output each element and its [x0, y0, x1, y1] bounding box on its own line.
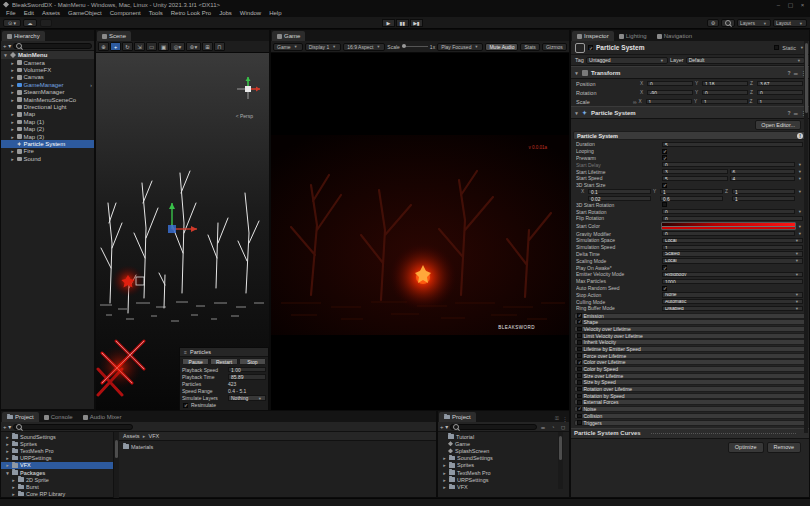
- folder-vfx[interactable]: ▸VFX: [1, 462, 113, 469]
- folder-urpsettings[interactable]: ▸URPSettings: [1, 455, 113, 462]
- menu-assets[interactable]: Assets: [38, 10, 64, 16]
- module-triggers[interactable]: Triggers: [574, 420, 806, 426]
- tab-game[interactable]: Game: [272, 31, 305, 41]
- game-mode-dropdown[interactable]: Game▾: [273, 43, 303, 51]
- foldout-arrow-icon[interactable]: ▾: [574, 70, 579, 76]
- folder-2d-sprite[interactable]: ▸2D Sprite: [1, 476, 113, 483]
- folder-textmesh-pro[interactable]: ▸TextMesh Pro: [1, 447, 113, 454]
- tab-inspector[interactable]: Inspector: [572, 31, 614, 41]
- start-lifetime-min-field[interactable]: 3: [662, 169, 728, 174]
- scaling-mode-dropdown[interactable]: Local▾: [662, 258, 803, 263]
- drag-handle-icon[interactable]: [651, 433, 796, 434]
- size-z1-field[interactable]: 1: [732, 189, 795, 194]
- hierarchy-item-sound[interactable]: ▸Sound: [1, 155, 94, 162]
- module-checkbox[interactable]: [577, 367, 582, 372]
- folder-urpsettings[interactable]: ▸URPSettings: [438, 476, 558, 483]
- more-menu-icon[interactable]: ⋮: [561, 415, 569, 422]
- gizmos-dropdown[interactable]: Gizmos: [542, 43, 567, 51]
- size-z2-field[interactable]: 1: [732, 196, 795, 201]
- module-rotation-over-lifetime[interactable]: Rotation over Lifetime: [574, 386, 806, 392]
- project-search-input[interactable]: [13, 424, 133, 430]
- pause-particles-button[interactable]: Pause: [182, 358, 209, 365]
- module-checkbox[interactable]: [577, 414, 582, 419]
- module-checkbox[interactable]: [577, 373, 582, 378]
- size-y2-field[interactable]: 0.6: [660, 196, 723, 201]
- search-by-type-icon[interactable]: ⚌: [539, 423, 547, 430]
- cloud-services-button[interactable]: ☁: [23, 19, 37, 27]
- module-velocity-over-lifetime[interactable]: Velocity over Lifetime: [574, 326, 806, 332]
- module-shape[interactable]: Shape: [574, 319, 806, 325]
- scene-viewport[interactable]: < Persp ≡ Particles Pause Restart Stop P…: [96, 53, 269, 410]
- pause-button[interactable]: ▮▮: [396, 19, 409, 27]
- asset-splashscreen-scene[interactable]: SplashScreen: [438, 447, 558, 454]
- window-maximize-icon[interactable]: ▢: [786, 1, 795, 8]
- rect-tool-icon[interactable]: ▭: [146, 42, 157, 51]
- particles-overlay-title[interactable]: ≡ Particles: [180, 348, 268, 357]
- size-y1-field[interactable]: 1: [660, 189, 723, 194]
- drag-handle-icon[interactable]: ≡: [183, 349, 188, 355]
- resimulate-checkbox-row[interactable]: Resimulate: [180, 402, 268, 409]
- asset-game-scene[interactable]: Game: [438, 440, 558, 447]
- help-icon[interactable]: ?: [787, 70, 790, 76]
- ring-buffer-mode-dropdown[interactable]: Disabled▾: [662, 306, 803, 311]
- folder-core-rp-library[interactable]: ▸Core RP Library: [1, 491, 113, 498]
- menu-gameobject[interactable]: GameObject: [64, 10, 106, 16]
- module-checkbox[interactable]: [577, 353, 582, 358]
- enabled-checkbox[interactable]: [588, 45, 593, 50]
- culling-mode-dropdown[interactable]: Automatic▾: [662, 299, 803, 304]
- scale-y-field[interactable]: 1: [701, 99, 747, 104]
- folder-packages[interactable]: ▾Packages: [1, 469, 113, 476]
- tab-project[interactable]: Project: [439, 412, 476, 422]
- layer-dropdown[interactable]: Default▾: [686, 57, 805, 64]
- stop-action-dropdown[interactable]: None▾: [662, 292, 803, 297]
- max-particles-field[interactable]: 1000: [662, 279, 803, 284]
- mute-audio-toggle[interactable]: Mute Audio: [485, 43, 518, 51]
- layers-dropdown[interactable]: Layers▾: [737, 19, 771, 27]
- delta-time-dropdown[interactable]: Scaled▾: [662, 251, 803, 256]
- asset-materials-folder[interactable]: Materials: [123, 443, 432, 450]
- create-asset-button[interactable]: + ▾: [3, 423, 11, 430]
- persp-label[interactable]: < Persp: [236, 113, 253, 119]
- start-rotation-3d-checkbox[interactable]: [662, 202, 667, 207]
- position-x-field[interactable]: 0: [647, 81, 693, 86]
- prefab-open-arrow-icon[interactable]: ›: [90, 82, 92, 88]
- start-speed-max-field[interactable]: 4: [730, 176, 796, 181]
- scene-root-row[interactable]: ▾ MainMenu: [1, 51, 94, 59]
- scrollbar-thumb[interactable]: [115, 440, 118, 458]
- module-checkbox[interactable]: [577, 340, 582, 345]
- module-inherit-velocity[interactable]: Inherit Velocity: [574, 339, 806, 345]
- inspector-scrollbar[interactable]: [804, 41, 808, 433]
- module-checkbox[interactable]: [577, 394, 582, 399]
- module-noise[interactable]: Noise: [574, 406, 806, 412]
- menu-retro-look-pro[interactable]: Retro Look Pro: [167, 10, 215, 16]
- project-tree-scrollbar[interactable]: [114, 432, 119, 498]
- scale-slider-knob[interactable]: [402, 44, 406, 48]
- hierarchy-item-map-2[interactable]: ▸Map (2): [1, 126, 94, 133]
- rotation-y-field[interactable]: 0: [702, 90, 748, 95]
- module-rotation-by-speed[interactable]: Rotation by Speed: [574, 393, 806, 399]
- tab-project[interactable]: Project: [2, 412, 39, 422]
- global-toggle[interactable]: ⊚▾: [186, 42, 201, 51]
- view-tool-icon[interactable]: ⊕: [98, 42, 109, 51]
- rotate-tool-icon[interactable]: ↻: [122, 42, 133, 51]
- folder-vfx[interactable]: ▸VFX: [438, 483, 558, 489]
- create-asset-button[interactable]: + ▾: [440, 423, 448, 430]
- tab-console[interactable]: Console: [39, 412, 78, 422]
- particle-system-component-header[interactable]: ▾ ✦ Particle System ? ⚌ ⋮: [571, 106, 809, 119]
- undo-history-button[interactable]: [40, 19, 52, 27]
- folder-textmesh-pro[interactable]: ▸TextMesh Pro: [438, 469, 558, 476]
- simulate-layers-dropdown[interactable]: Nothing▾: [228, 395, 266, 401]
- gravity-modifier-field[interactable]: 0: [662, 231, 795, 236]
- hierarchy-item-steammanager[interactable]: ▸SteamManager: [1, 89, 94, 96]
- hierarchy-item-camera[interactable]: ▸Camera: [1, 59, 94, 66]
- search-by-label-icon[interactable]: ◔: [549, 423, 557, 430]
- module-checkbox[interactable]: [577, 327, 582, 332]
- hierarchy-item-map[interactable]: ▸Map: [1, 111, 94, 118]
- help-icon[interactable]: ?: [787, 110, 790, 116]
- window-close-icon[interactable]: ×: [798, 1, 807, 8]
- tab-navigation[interactable]: Navigation: [652, 31, 697, 41]
- playback-speed-field[interactable]: 1.00: [228, 367, 266, 373]
- module-main-header[interactable]: Particle System !: [573, 131, 807, 140]
- grid-toggle-icon[interactable]: ⊞: [202, 42, 213, 51]
- play-on-awake-checkbox[interactable]: [662, 265, 667, 270]
